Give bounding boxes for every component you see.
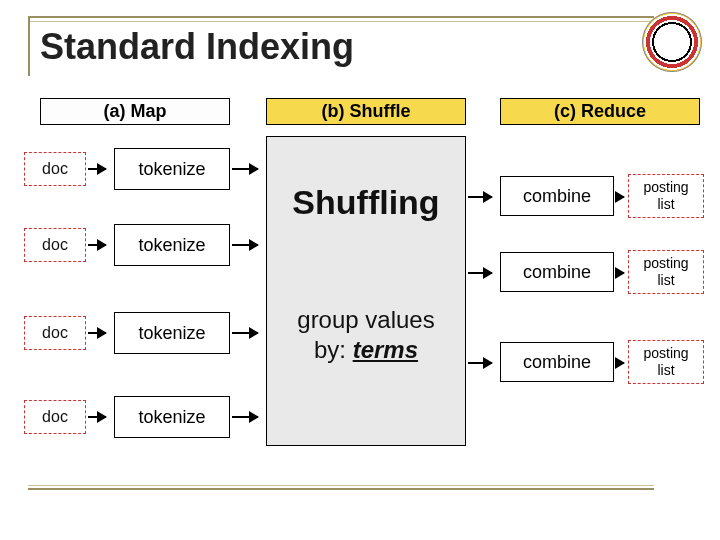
arrow-icon — [88, 332, 106, 334]
shuffle-line1: group values — [297, 306, 434, 333]
posting-list-box: postinglist — [628, 250, 704, 294]
arrow-icon — [88, 244, 106, 246]
arrow-icon — [616, 362, 624, 364]
slide-title: Standard Indexing — [40, 26, 354, 68]
arrow-icon — [616, 196, 624, 198]
shuffle-line2-prefix: by: — [314, 336, 353, 363]
phase-label-shuffle: (b) Shuffle — [266, 98, 466, 125]
shuffle-panel: Shuffling group values by: terms — [266, 136, 466, 446]
doc-box: doc — [24, 400, 86, 434]
arrow-icon — [232, 332, 258, 334]
combine-box: combine — [500, 252, 614, 292]
posting-list-box: postinglist — [628, 174, 704, 218]
title-vertical-rule — [28, 16, 30, 76]
shuffle-keyword: terms — [353, 336, 418, 363]
arrow-icon — [88, 416, 106, 418]
doc-box: doc — [24, 316, 86, 350]
arrow-icon — [468, 196, 492, 198]
phase-label-reduce: (c) Reduce — [500, 98, 700, 125]
arrow-icon — [616, 272, 624, 274]
doc-box: doc — [24, 152, 86, 186]
shuffle-heading: Shuffling — [267, 183, 465, 222]
bottom-rule — [28, 488, 654, 490]
combine-box: combine — [500, 176, 614, 216]
arrow-icon — [232, 244, 258, 246]
arrow-icon — [232, 168, 258, 170]
shuffle-subtext: group values by: terms — [273, 305, 459, 365]
tokenize-box: tokenize — [114, 224, 230, 266]
arrow-icon — [468, 362, 492, 364]
arrow-icon — [232, 416, 258, 418]
doc-box: doc — [24, 228, 86, 262]
top-rule — [28, 16, 654, 18]
combine-box: combine — [500, 342, 614, 382]
tokenize-box: tokenize — [114, 396, 230, 438]
posting-list-box: postinglist — [628, 340, 704, 384]
university-seal-icon — [642, 12, 702, 72]
arrow-icon — [88, 168, 106, 170]
arrow-icon — [468, 272, 492, 274]
phase-label-map: (a) Map — [40, 98, 230, 125]
tokenize-box: tokenize — [114, 148, 230, 190]
slide-frame: Standard Indexing (a) Map (b) Shuffle (c… — [6, 6, 714, 534]
tokenize-box: tokenize — [114, 312, 230, 354]
